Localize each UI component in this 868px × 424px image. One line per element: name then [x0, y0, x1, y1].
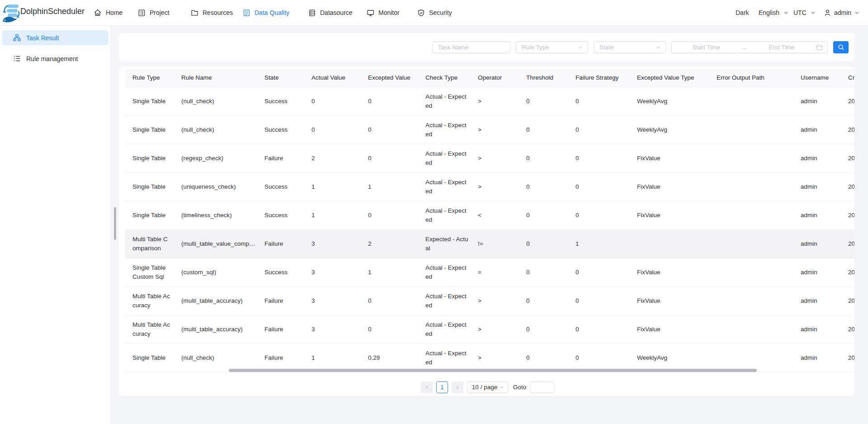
cell-create-time: 20 — [841, 229, 854, 258]
cell-check-type: Actual - Expected — [418, 343, 471, 372]
nav-item-home[interactable]: Home — [94, 0, 123, 25]
person-icon — [824, 9, 831, 17]
table-row[interactable]: Single Table(timeliness_check)Success10A… — [125, 201, 854, 229]
table-row[interactable]: Single Table(null_check)Failure10.29Actu… — [125, 343, 854, 372]
table-row[interactable]: Multi Table Accuracy(multi_table_accurac… — [125, 315, 854, 343]
sidebar-item-rule-management[interactable]: Rule management — [2, 51, 108, 66]
cell-excepted-value-type: FixValue — [630, 144, 709, 172]
vertical-scrollbar[interactable] — [114, 207, 116, 240]
page-number-1[interactable]: 1 — [436, 381, 448, 393]
column-header-excepted-value-type: Excepted Value Type — [630, 69, 709, 87]
cell-state: Failure — [257, 229, 304, 258]
horizontal-scrollbar[interactable] — [229, 369, 757, 372]
theme-toggle[interactable]: Dark — [736, 0, 749, 25]
cell-excepted-value: 0 — [361, 286, 418, 315]
cell-failure-strategy: 0 — [568, 144, 630, 172]
column-header-operator: Operator — [471, 69, 519, 87]
cell-check-type: Actual - Expected — [418, 87, 471, 115]
pagination: 1 10 / page Goto — [119, 381, 854, 393]
cell-excepted-value-type: FixValue — [630, 258, 709, 286]
table-scroll-area: Rule TypeRule NameStateActual ValueExcep… — [125, 69, 854, 372]
cell-error-output-path — [709, 201, 793, 229]
nav-item-project[interactable]: Project — [138, 0, 170, 25]
chevron-down-icon — [499, 385, 505, 390]
nav-item-datasource[interactable]: Datasource — [308, 0, 353, 25]
cell-rule-type: Single Table — [125, 343, 174, 372]
language-select[interactable]: English — [759, 0, 789, 25]
goto-label: Goto — [513, 384, 526, 391]
column-header-check-type: Check Type — [418, 69, 471, 87]
table-row[interactable]: Multi Table Accuracy(multi_table_accurac… — [125, 286, 854, 315]
cell-check-type: Actual - Expected — [418, 201, 471, 229]
cell-actual-value: 1 — [304, 172, 361, 201]
cell-rule-type: Single Table — [125, 201, 174, 229]
cell-failure-strategy: 0 — [568, 115, 630, 144]
top-navbar: DolphinScheduler HomeProjectResourcesDat… — [0, 0, 868, 26]
timezone-select[interactable]: UTC — [793, 0, 816, 25]
table-row[interactable]: Single Table(uniqueness_check)Success11A… — [125, 172, 854, 201]
nav-item-monitor[interactable]: Monitor — [367, 0, 400, 25]
table-row[interactable]: Multi Table Comparison(multi_table_value… — [125, 229, 854, 258]
column-header-actual-value: Actual Value — [304, 69, 361, 87]
column-header-error-output-path: Error Output Path — [709, 69, 793, 87]
nav-item-label: Monitor — [378, 9, 400, 16]
table-row[interactable]: Single Table(null_check)Success00Actual … — [125, 115, 854, 144]
prev-page-button[interactable] — [421, 381, 433, 393]
cell-create-time: 20 — [841, 286, 854, 315]
nav-item-security[interactable]: Security — [417, 0, 452, 25]
app-logo[interactable] — [3, 3, 20, 23]
next-page-button[interactable] — [452, 381, 463, 393]
cell-state: Failure — [257, 144, 304, 172]
column-header-threshold: Threshold — [519, 69, 568, 87]
cell-excepted-value-type — [630, 229, 709, 258]
cell-rule-name: (null_check) — [174, 115, 257, 144]
arrow-right-icon: → — [741, 43, 747, 51]
cell-error-output-path — [709, 115, 793, 144]
cell-username: admin — [793, 343, 841, 372]
cell-threshold: 0 — [519, 144, 568, 172]
column-header-rule-type: Rule Type — [125, 69, 174, 87]
cell-username: admin — [793, 172, 841, 201]
cell-rule-name: (null_check) — [174, 343, 257, 372]
search-button[interactable] — [833, 41, 849, 53]
table-row[interactable]: Single Table(regexp_check)Failure20Actua… — [125, 144, 854, 172]
time-range-picker[interactable]: Start Time → End Time — [671, 41, 828, 53]
rule-type-select[interactable]: Rule Type — [516, 41, 588, 53]
cell-create-time: 20 — [841, 258, 854, 286]
cell-check-type: Actual - Expected — [418, 286, 471, 315]
cell-threshold: 0 — [519, 343, 568, 372]
cell-actual-value: 1 — [304, 343, 361, 372]
cell-error-output-path — [709, 87, 793, 115]
table-row[interactable]: Single Table Custom Sql(custom_sql)Succe… — [125, 258, 854, 286]
cell-threshold: 0 — [519, 172, 568, 201]
cell-check-type: Actual - Expected — [418, 172, 471, 201]
cell-error-output-path — [709, 286, 793, 315]
sidebar-item-task-result[interactable]: Task Result — [2, 30, 108, 45]
nav-item-data-quality[interactable]: Data Quality — [243, 0, 289, 25]
cell-rule-name: (multi_table_value_comparison) — [174, 229, 257, 258]
user-menu[interactable]: admin — [824, 0, 860, 25]
search-icon — [838, 44, 844, 51]
nav-item-resources[interactable]: Resources — [191, 0, 233, 25]
cell-state: Success — [257, 87, 304, 115]
cell-state: Failure — [257, 315, 304, 343]
cell-error-output-path — [709, 144, 793, 172]
cell-excepted-value-type: FixValue — [630, 172, 709, 201]
page-size-select[interactable]: 10 / page — [467, 381, 509, 393]
task-name-input[interactable]: Task Name — [432, 41, 510, 53]
cell-excepted-value-type: FixValue — [630, 315, 709, 343]
cell-check-type: Actual - Expected — [418, 115, 471, 144]
goto-page-input[interactable] — [530, 381, 554, 393]
cell-failure-strategy: 0 — [568, 258, 630, 286]
table-row[interactable]: Single Table(null_check)Success00Actual … — [125, 87, 854, 115]
start-time-placeholder: Start Time — [672, 44, 741, 51]
task-name-placeholder: Task Name — [438, 44, 469, 51]
cell-excepted-value-type: WeeklyAvg — [630, 343, 709, 372]
state-select[interactable]: State — [594, 41, 666, 53]
datasource-icon — [308, 9, 316, 17]
nav-item-label: Data Quality — [255, 9, 289, 16]
cell-create-time: 20 — [841, 115, 854, 144]
cell-failure-strategy: 0 — [568, 172, 630, 201]
cell-excepted-value: 0.29 — [361, 343, 418, 372]
cell-threshold: 0 — [519, 229, 568, 258]
